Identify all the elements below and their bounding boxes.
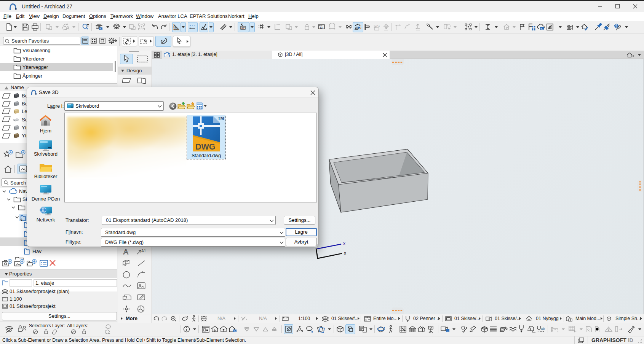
svg-text:ab: ab <box>541 327 545 331</box>
svg-text:DWG: DWG <box>195 142 216 151</box>
svg-text:A1: A1 <box>141 249 146 253</box>
svg-text:x: x <box>343 241 345 246</box>
svg-text:A: A <box>123 248 128 255</box>
svg-text:x: x <box>344 250 346 256</box>
